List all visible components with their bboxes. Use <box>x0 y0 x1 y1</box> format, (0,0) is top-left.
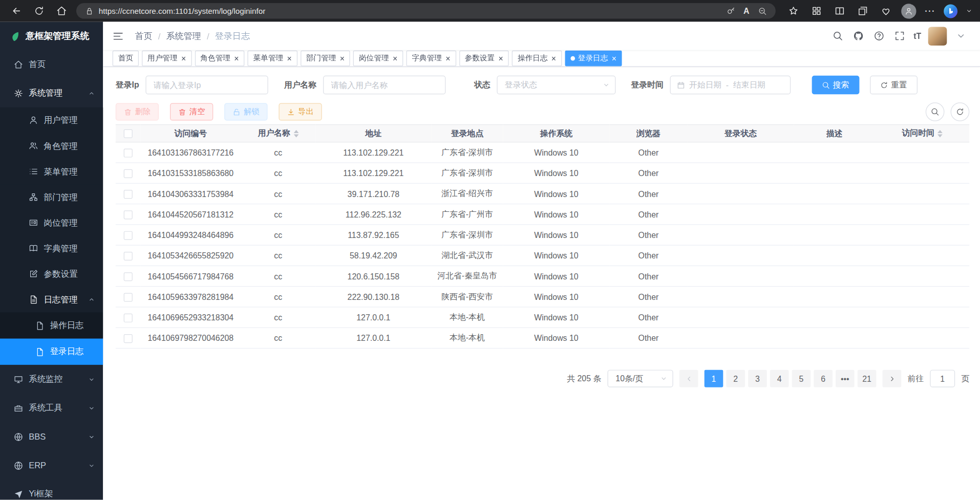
export-button[interactable]: 导出 <box>279 103 322 120</box>
sidebar-item-monitor[interactable]: 系统监控 <box>0 365 103 394</box>
tab-8[interactable]: 操作日志× <box>512 50 562 66</box>
sidebar-item-log[interactable]: 日志管理 <box>0 287 103 312</box>
column-header-visit_time[interactable]: 访问时间 <box>875 125 969 142</box>
tab-1[interactable]: 用户管理× <box>142 50 191 66</box>
status-select[interactable]: 登录状态 <box>497 76 615 95</box>
tab-5[interactable]: 岗位管理× <box>353 50 403 66</box>
tab-close-icon[interactable]: × <box>612 54 616 62</box>
fullscreen-icon[interactable] <box>893 29 907 43</box>
zoom-out-icon[interactable] <box>758 7 767 15</box>
tab-close-icon[interactable]: × <box>393 54 397 62</box>
read-aloud-icon[interactable]: A <box>743 7 749 15</box>
unlock-button[interactable]: 解锁 <box>224 103 267 120</box>
page-button-1[interactable]: 1 <box>705 370 723 387</box>
tab-9[interactable]: 登录日志× <box>565 50 622 66</box>
delete-button[interactable]: 删除 <box>116 103 159 120</box>
github-icon[interactable] <box>851 29 865 43</box>
browser-essentials-icon[interactable] <box>878 4 893 18</box>
show-search-button[interactable] <box>926 102 945 121</box>
clear-button[interactable]: 清空 <box>170 103 213 120</box>
tab-close-icon[interactable]: × <box>445 54 450 62</box>
goto-page-input[interactable] <box>930 370 955 387</box>
sidebar-item-logininfor[interactable]: 登录日志 <box>0 339 103 365</box>
sidebar-item-config[interactable]: 参数设置 <box>0 261 103 287</box>
tab-2[interactable]: 角色管理× <box>195 50 244 66</box>
tab-6[interactable]: 字典管理× <box>406 50 456 66</box>
page-button-3[interactable]: 3 <box>748 370 767 387</box>
sidebar-item-dict[interactable]: 字典管理 <box>0 235 103 261</box>
row-checkbox[interactable] <box>124 210 133 219</box>
copilot-caret-icon[interactable] <box>966 8 972 14</box>
search-button[interactable]: 搜索 <box>812 76 859 95</box>
tab-7[interactable]: 参数设置× <box>459 50 509 66</box>
page-more-button[interactable]: ••• <box>836 370 855 387</box>
page-button-21[interactable]: 21 <box>858 370 877 387</box>
password-key-icon[interactable] <box>726 7 735 15</box>
collections-icon[interactable] <box>855 4 870 18</box>
login-ip-input[interactable] <box>145 76 268 95</box>
page-size-select[interactable]: 10条/页 <box>607 370 673 387</box>
split-screen-icon[interactable] <box>832 4 847 18</box>
row-checkbox[interactable] <box>124 252 133 260</box>
header-search-icon[interactable] <box>831 29 845 43</box>
site-info-icon[interactable] <box>85 7 94 15</box>
sort-carets-icon[interactable] <box>293 127 299 139</box>
copilot-icon[interactable] <box>944 4 957 18</box>
sidebar-item-home[interactable]: 首页 <box>0 50 103 79</box>
tab-3[interactable]: 菜单管理× <box>248 50 297 66</box>
row-checkbox[interactable] <box>124 293 133 301</box>
profile-avatar[interactable] <box>901 4 916 18</box>
page-button-5[interactable]: 5 <box>792 370 811 387</box>
page-button-2[interactable]: 2 <box>726 370 745 387</box>
back-button[interactable] <box>9 4 24 18</box>
next-page-button[interactable] <box>883 370 902 387</box>
sidebar-item-bbs[interactable]: BBS <box>0 422 103 451</box>
browser-menu-icon[interactable]: ⋯ <box>924 5 935 18</box>
sort-carets-icon[interactable] <box>938 127 943 139</box>
tab-close-icon[interactable]: × <box>499 54 503 62</box>
sidebar-item-yiframe[interactable]: Yi框架 <box>0 480 103 499</box>
avatar-caret-icon[interactable] <box>954 29 968 43</box>
address-bar[interactable]: https://ccnetcore.com:1101/system/log/lo… <box>76 3 776 19</box>
row-checkbox[interactable] <box>124 314 133 322</box>
select-all-checkbox[interactable] <box>124 129 133 138</box>
tab-4[interactable]: 部门管理× <box>301 50 350 66</box>
home-button[interactable] <box>54 4 69 18</box>
column-header-user_name[interactable]: 用户名称 <box>241 125 315 142</box>
page-button-6[interactable]: 6 <box>814 370 833 387</box>
breadcrumb-system[interactable]: 系统管理 <box>166 30 201 41</box>
page-button-4[interactable]: 4 <box>770 370 789 387</box>
sidebar-item-operlog[interactable]: 操作日志 <box>0 312 103 338</box>
extensions-icon[interactable] <box>809 4 824 18</box>
sidebar-item-system[interactable]: 系统管理 <box>0 79 103 107</box>
login-time-range-picker[interactable]: 开始日期 - 结束日期 <box>670 76 791 95</box>
prev-page-button[interactable] <box>679 370 698 387</box>
sidebar-item-dept[interactable]: 部门管理 <box>0 184 103 210</box>
sidebar-item-user[interactable]: 用户管理 <box>0 107 103 133</box>
row-checkbox[interactable] <box>124 169 133 178</box>
row-checkbox[interactable] <box>124 334 133 343</box>
row-checkbox[interactable] <box>124 231 133 240</box>
row-checkbox[interactable] <box>124 272 133 281</box>
sidebar-item-erp[interactable]: ERP <box>0 451 103 480</box>
text-size-icon[interactable]: tT <box>913 31 921 40</box>
select-all-header[interactable] <box>116 125 141 142</box>
refresh-table-button[interactable] <box>951 102 970 121</box>
tab-0[interactable]: 首页 <box>113 50 139 66</box>
user-name-input[interactable] <box>323 76 445 95</box>
breadcrumb-home[interactable]: 首页 <box>135 30 153 41</box>
row-checkbox[interactable] <box>124 190 133 199</box>
help-icon[interactable] <box>872 29 886 43</box>
sidebar-item-post[interactable]: 岗位管理 <box>0 210 103 235</box>
sidebar-item-tool[interactable]: 系统工具 <box>0 394 103 422</box>
tab-close-icon[interactable]: × <box>181 54 186 62</box>
favorites-icon[interactable] <box>785 4 800 18</box>
reset-button[interactable]: 重置 <box>870 76 918 95</box>
tab-close-icon[interactable]: × <box>340 54 345 62</box>
tab-close-icon[interactable]: × <box>234 54 239 62</box>
tab-close-icon[interactable]: × <box>287 54 292 62</box>
user-avatar[interactable] <box>928 27 947 46</box>
refresh-button[interactable] <box>31 4 46 18</box>
tab-close-icon[interactable]: × <box>551 54 556 62</box>
row-checkbox[interactable] <box>124 148 133 157</box>
